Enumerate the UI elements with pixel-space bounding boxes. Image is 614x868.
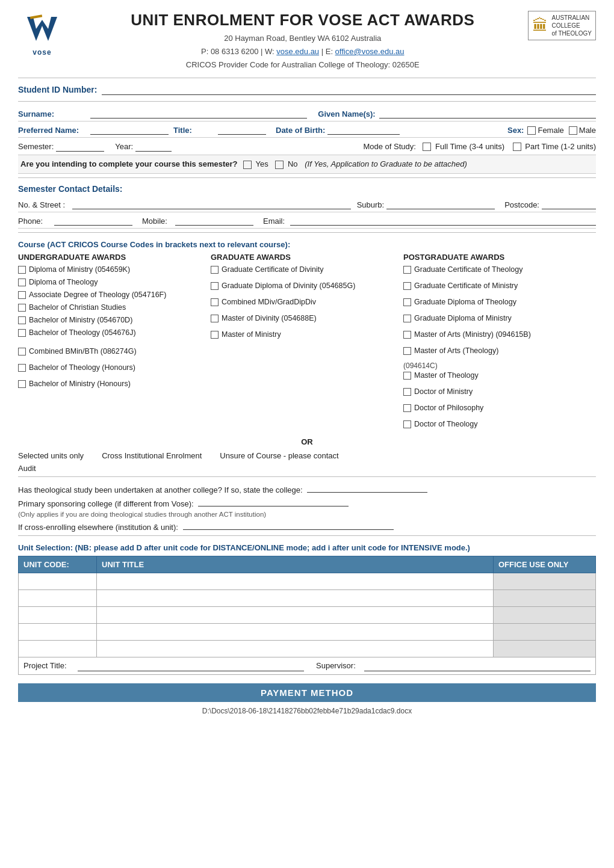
mobile-field[interactable] [175, 215, 253, 226]
semester-label: Semester: [18, 142, 54, 151]
preferred-row: Preferred Name: Title: Date of Birth: Se… [18, 122, 596, 138]
chk-dip-theology[interactable] [403, 298, 411, 306]
chk-doctor-philosophy[interactable] [403, 404, 411, 412]
year-field[interactable] [135, 141, 172, 152]
unit-title-cell[interactable] [97, 623, 494, 640]
chk-ma-ministry[interactable] [403, 331, 411, 339]
female-checkbox[interactable] [527, 126, 536, 135]
unit-title-cell[interactable] [97, 589, 494, 606]
title-field[interactable] [218, 124, 266, 135]
dob-field[interactable] [327, 124, 400, 135]
given-name-field[interactable] [379, 108, 596, 119]
chk-diploma-ministry[interactable] [18, 266, 26, 274]
unsure-label: Unsure of Course - please contact [220, 451, 338, 460]
project-field[interactable] [78, 660, 304, 671]
unit-code-cell[interactable] [19, 623, 97, 640]
chk-dip-ministry[interactable] [403, 315, 411, 322]
course-label: Combined BMin/BTh (086274G) [29, 347, 137, 356]
chk-bmin-honours[interactable] [18, 380, 26, 388]
page-title: UNIT ENROLMENT FOR VOSE ACT AWARDS [77, 11, 528, 29]
email-link[interactable]: office@vose.edu.au [335, 47, 405, 56]
email-field[interactable] [290, 215, 596, 226]
chk-master-ministry-grad[interactable] [211, 331, 219, 339]
course-label: Bachelor of Ministry (Honours) [29, 380, 131, 388]
or-row: OR [18, 437, 596, 446]
course-label: Bachelor of Theology (Honours) [29, 363, 135, 372]
grad-col-title: GRADUATE AWARDS [211, 253, 396, 262]
bottom-options: Selected units only Cross Institutional … [18, 451, 596, 460]
chk-combined-mdiv[interactable] [211, 298, 219, 306]
chk-doctor-theology[interactable] [403, 420, 411, 428]
chk-cert-theology[interactable] [403, 266, 411, 274]
no-checkbox[interactable] [275, 161, 284, 169]
chk-combined-bmin[interactable] [18, 348, 26, 356]
preferred-name-field[interactable] [90, 124, 169, 135]
postgrad-col: POSTGRADUATE AWARDS Graduate Certificate… [403, 253, 596, 432]
course-label: Bachelor of Christian Studies [29, 303, 126, 312]
course-label: Graduate Certificate of Divinity [222, 265, 324, 274]
no-label: No [288, 159, 298, 168]
vose-logo-block: vose [18, 11, 66, 57]
dob-label: Date of Birth: [276, 126, 325, 135]
cross-institutional-label: Cross Institutional Enrolment [102, 451, 202, 460]
unit-title-cell[interactable] [97, 640, 494, 657]
unit-title-cell[interactable] [97, 573, 494, 589]
course-item: Master of Arts (Theology) [403, 346, 589, 355]
given-name-label: Given Name(s): [318, 109, 375, 119]
chk-assoc-degree[interactable] [18, 291, 26, 299]
no-street-field[interactable] [72, 199, 351, 209]
unit-code-cell[interactable] [19, 573, 97, 589]
chk-bachelor-christian[interactable] [18, 304, 26, 312]
undergrad-col: UNDERGRADUATE AWARDS Diploma of Ministry… [18, 253, 211, 432]
chk-cert-divinity[interactable] [211, 266, 219, 274]
chk-bth-honours[interactable] [18, 364, 26, 372]
chk-master-theology[interactable] [403, 372, 411, 380]
course-label: Graduate Certificate of Ministry [414, 282, 518, 290]
chk-ma-theology[interactable] [403, 347, 411, 355]
chk-doctor-ministry[interactable] [403, 388, 411, 396]
unit-selection-header: Unit Selection: (NB: please add D after … [18, 543, 596, 552]
course-label: Bachelor of Ministry (054670D) [29, 316, 132, 324]
year-label: Year: [115, 142, 133, 151]
course-columns: UNDERGRADUATE AWARDS Diploma of Ministry… [18, 253, 596, 432]
male-checkbox[interactable] [569, 126, 577, 135]
no-street-label: No. & Street : [18, 200, 72, 209]
selected-units-option: Selected units only [18, 451, 84, 460]
chk-diploma-theology[interactable] [18, 279, 26, 286]
suburb-field[interactable] [386, 199, 495, 209]
unit-code-cell[interactable] [19, 606, 97, 623]
unit-title-cell[interactable] [97, 606, 494, 623]
unit-code-cell[interactable] [19, 640, 97, 657]
surname-label: Surname: [18, 109, 90, 119]
table-row [19, 589, 596, 606]
unit-code-cell[interactable] [19, 589, 97, 606]
unit-table-header-row: UNIT CODE: UNIT TITLE OFFICE USE ONLY [19, 556, 596, 573]
phone-field[interactable] [54, 215, 132, 226]
college-line-3: (Only applies if you are doing theologic… [18, 511, 596, 518]
course-item: Graduate Certificate of Divinity [211, 265, 396, 274]
contact-section-header: Semester Contact Details: [18, 184, 596, 194]
college-line-2: Primary sponsoring college (if different… [18, 497, 596, 508]
course-label: Master of Divinity (054688E) [222, 314, 317, 322]
chk-dip-divinity[interactable] [211, 282, 219, 290]
chk-bachelor-theology[interactable] [18, 329, 26, 337]
website-link[interactable]: vose.edu.au [276, 47, 319, 56]
part-time-checkbox[interactable] [513, 143, 521, 151]
yes-checkbox[interactable] [243, 161, 252, 169]
college-line-1: Has theological study been undertaken at… [18, 483, 596, 494]
semester-field[interactable] [56, 141, 104, 152]
chk-cert-ministry[interactable] [403, 282, 411, 290]
course-header: Course (ACT CRICOS Course Codes in brack… [18, 240, 596, 249]
postcode-field[interactable] [542, 199, 596, 209]
chk-bachelor-ministry[interactable] [18, 316, 26, 324]
course-label: Graduate Diploma of Ministry [414, 314, 512, 322]
yes-label: Yes [255, 159, 268, 168]
mobile-label: Mobile: [142, 217, 175, 226]
chk-master-divinity[interactable] [211, 315, 219, 322]
full-time-checkbox[interactable] [423, 143, 431, 151]
surname-field[interactable] [90, 108, 307, 119]
table-row [19, 623, 596, 640]
unsure-option: Unsure of Course - please contact [220, 451, 338, 460]
supervisor-field[interactable] [364, 660, 591, 671]
student-id-field[interactable] [102, 84, 596, 95]
